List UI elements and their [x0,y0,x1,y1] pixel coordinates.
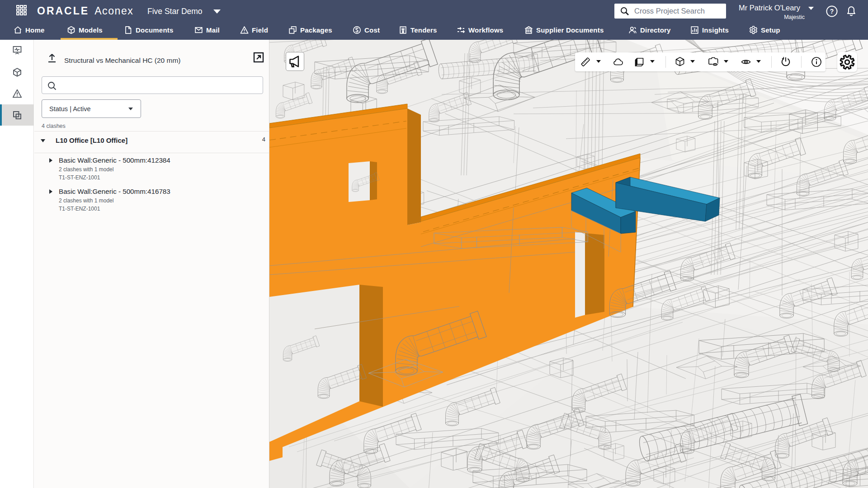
svg-text:?: ? [830,8,834,15]
